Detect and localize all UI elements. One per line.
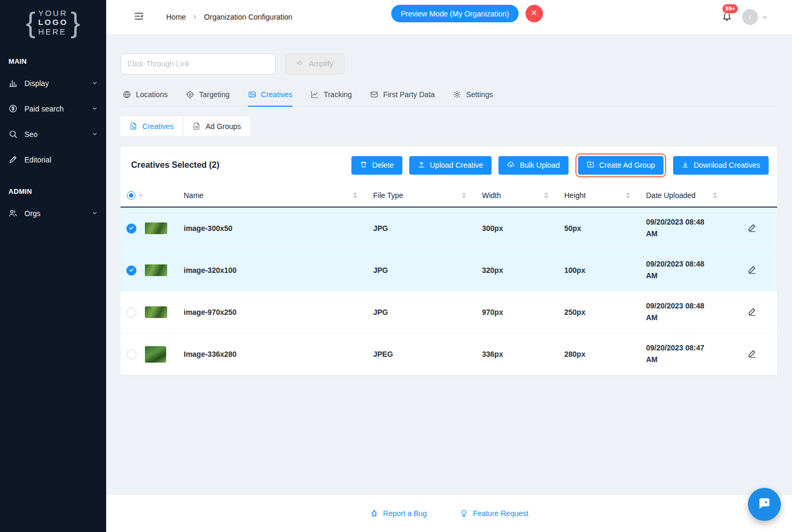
sort-icon[interactable]: [626, 192, 630, 199]
column-header-name[interactable]: Name: [184, 191, 373, 200]
exit-preview-button[interactable]: [526, 5, 543, 22]
row-checkbox[interactable]: [126, 349, 136, 359]
click-through-link-input[interactable]: [120, 54, 276, 74]
sidebar-item-label: Seo: [24, 130, 38, 139]
button-label: Download Creatives: [694, 161, 760, 169]
select-all-control[interactable]: [120, 191, 184, 200]
table-header-row: Name File Type Width Height: [120, 184, 777, 208]
creative-thumbnail: [145, 306, 167, 318]
main-content: Amplify Locations Targeting Creative: [106, 34, 792, 495]
download-icon: [682, 161, 689, 170]
cell-width: 320px: [482, 266, 564, 274]
upload-creative-button[interactable]: Upload Creative: [409, 156, 492, 175]
footer-link-label: Report a Bug: [383, 509, 427, 518]
button-label: Delete: [372, 161, 393, 169]
delete-button[interactable]: Delete: [351, 156, 402, 175]
cell-date-uploaded: 09/20/2023 08:48 AM: [646, 217, 717, 239]
subtab-label: Creatives: [142, 122, 174, 131]
creative-thumbnail: [145, 264, 167, 276]
sidebar-item-seo[interactable]: Seo: [0, 122, 106, 147]
page: { YOUR LOGO HERE } MAIN Display Paid sea…: [0, 0, 792, 532]
sidebar: { YOUR LOGO HERE } MAIN Display Paid sea…: [0, 0, 106, 532]
row-checkbox[interactable]: [126, 224, 136, 234]
button-label: Upload Creative: [430, 161, 483, 169]
column-header-date-uploaded[interactable]: Date Uploaded: [646, 191, 733, 200]
sidebar-section-admin: ADMIN: [0, 181, 106, 201]
chevron-down-icon: [92, 106, 98, 111]
cell-file-type: JPEG: [373, 350, 482, 358]
cell-width: 970px: [482, 308, 564, 316]
breadcrumb-home[interactable]: Home: [166, 13, 186, 21]
avatar: r: [742, 9, 758, 25]
table-row: image-320x100 JPG 320px 100px 09/20/2023…: [120, 250, 777, 291]
sort-icon[interactable]: [462, 192, 466, 199]
dollar-circle-icon: [8, 104, 18, 113]
column-header-height[interactable]: Height: [564, 191, 646, 200]
download-creatives-button[interactable]: Download Creatives: [673, 156, 769, 175]
logo-brace-left: {: [26, 10, 36, 36]
tab-settings[interactable]: Settings: [453, 90, 493, 107]
amplify-button[interactable]: Amplify: [285, 53, 345, 74]
gear-icon: [453, 90, 461, 99]
sidebar-item-label: Orgs: [24, 209, 40, 218]
cell-date-uploaded: 09/20/2023 08:48 AM: [646, 259, 717, 281]
feature-request-link[interactable]: Feature Request: [460, 509, 528, 518]
edit-pencil-icon: [747, 349, 757, 360]
cell-file-type: JPG: [373, 266, 482, 274]
amplify-label: Amplify: [309, 59, 333, 68]
breadcrumb: Home Organization Configuration: [166, 13, 292, 21]
cell-width: 300px: [482, 224, 564, 233]
notifications-button[interactable]: 99+: [721, 10, 733, 24]
tab-tracking[interactable]: Tracking: [311, 90, 352, 107]
subtab-ad-groups[interactable]: Ad Groups: [184, 116, 250, 136]
edit-button[interactable]: [745, 305, 759, 320]
card-header: Creatives Selected (2) Delete Upload Cre…: [120, 147, 777, 184]
cell-name: Image-336x280: [184, 350, 373, 358]
sidebar-item-paid-search[interactable]: Paid search: [0, 96, 106, 122]
report-bug-link[interactable]: Report a Bug: [370, 509, 427, 518]
edit-button[interactable]: [745, 263, 759, 278]
cell-name: image-970x250: [184, 308, 373, 316]
page-footer: Report a Bug Feature Request: [106, 495, 792, 532]
picture-icon: [248, 90, 256, 99]
chat-widget-button[interactable]: [748, 488, 781, 521]
column-header-width[interactable]: Width: [482, 191, 564, 200]
sort-icon[interactable]: [713, 192, 717, 199]
edit-button[interactable]: [745, 347, 759, 362]
sidebar-item-orgs[interactable]: Orgs: [0, 201, 106, 226]
edit-button[interactable]: [745, 221, 759, 236]
edit-pencil-icon: [747, 265, 757, 276]
subtab-creatives[interactable]: Creatives: [120, 116, 183, 136]
user-menu[interactable]: r: [742, 9, 768, 25]
tab-targeting[interactable]: Targeting: [186, 90, 230, 107]
table-row: image-300x50 JPG 300px 50px 09/20/2023 0…: [120, 208, 777, 250]
close-icon: [530, 9, 538, 18]
chevron-down-icon: [92, 131, 98, 137]
pen-icon: [8, 155, 18, 164]
create-ad-group-button[interactable]: Create Ad Group: [578, 156, 664, 175]
row-checkbox[interactable]: [126, 307, 136, 318]
footer-link-label: Feature Request: [473, 509, 528, 518]
tab-locations[interactable]: Locations: [123, 90, 168, 107]
tab-first-party-data[interactable]: First Party Data: [370, 90, 435, 107]
preview-mode-button[interactable]: Preview Mode (My Organization): [391, 5, 519, 22]
tab-creatives[interactable]: Creatives: [248, 90, 292, 107]
column-header-file-type[interactable]: File Type: [373, 191, 482, 200]
card-title: Creatives Selected (2): [131, 160, 219, 170]
file-icon: [193, 122, 201, 130]
sidebar-item-editorial[interactable]: Editorial: [0, 147, 106, 173]
row-checkbox[interactable]: [126, 265, 136, 276]
tab-label: Settings: [466, 90, 493, 99]
sort-icon[interactable]: [353, 192, 357, 199]
sidebar-collapse-button[interactable]: [132, 9, 146, 25]
click-through-row: Amplify: [120, 53, 777, 74]
check-icon: [128, 225, 134, 233]
top-bar: Home Organization Configuration Preview …: [106, 0, 792, 34]
sort-icon[interactable]: [544, 192, 548, 199]
bulk-upload-button[interactable]: Bulk Upload: [498, 156, 569, 175]
lightbulb-icon: [460, 509, 468, 518]
sidebar-item-display[interactable]: Display: [0, 71, 106, 96]
cell-name: image-320x100: [184, 266, 373, 274]
trash-icon: [360, 161, 367, 170]
line-chart-icon: [311, 90, 319, 99]
